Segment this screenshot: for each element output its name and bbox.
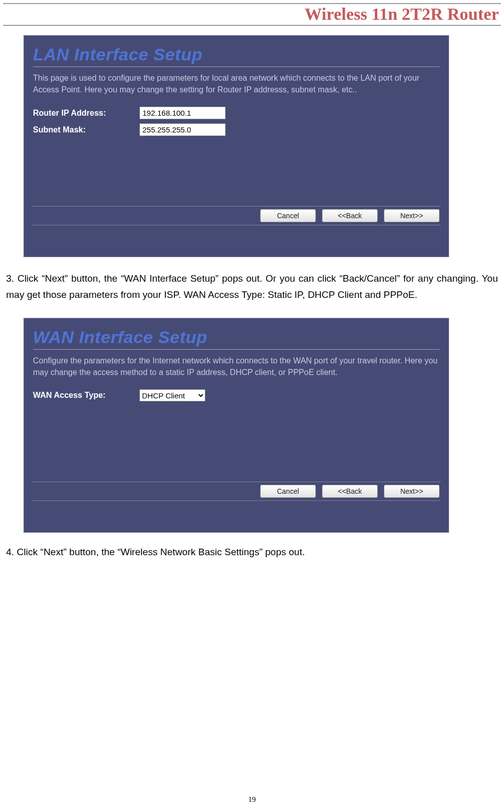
subnet-mask-label: Subnet Mask: [33, 125, 139, 134]
subnet-mask-input[interactable] [139, 123, 226, 136]
wan-panel-description: Configure the parameters for the Interne… [33, 355, 440, 378]
lan-interface-panel: LAN Interface Setup This page is used to… [23, 35, 449, 257]
cancel-button[interactable]: Cancel [260, 485, 316, 498]
wan-access-type-label: WAN Access Type: [33, 391, 139, 400]
step-4-text: 4. Click “Next” button, the “Wireless Ne… [3, 533, 501, 560]
next-button[interactable]: Next>> [384, 485, 440, 498]
lan-panel-title: LAN Interface Setup [33, 45, 440, 64]
cancel-button[interactable]: Cancel [260, 209, 316, 222]
back-button[interactable]: <<Back [322, 209, 378, 222]
header-title: Wireless 11n 2T2R Router [305, 5, 499, 23]
divider [33, 349, 440, 350]
wan-panel-title: WAN Interface Setup [33, 327, 440, 347]
lan-button-row: Cancel <<Back Next>> [32, 206, 441, 225]
next-button[interactable]: Next>> [384, 209, 440, 222]
router-ip-input[interactable] [139, 107, 226, 119]
page-number: 19 [0, 795, 504, 804]
document-header: Wireless 11n 2T2R Router [3, 3, 501, 26]
wan-access-type-select[interactable]: DHCP Client [139, 389, 205, 401]
wan-button-row: Cancel <<Back Next>> [32, 482, 441, 501]
step-3-text: 3. Click “Next” button, the “WAN Interfa… [3, 257, 501, 303]
divider [33, 66, 440, 67]
lan-panel-description: This page is used to configure the param… [33, 72, 440, 95]
router-ip-label: Router IP Address: [33, 109, 139, 118]
wan-interface-panel: WAN Interface Setup Configure the parame… [23, 318, 449, 533]
back-button[interactable]: <<Back [322, 485, 378, 498]
